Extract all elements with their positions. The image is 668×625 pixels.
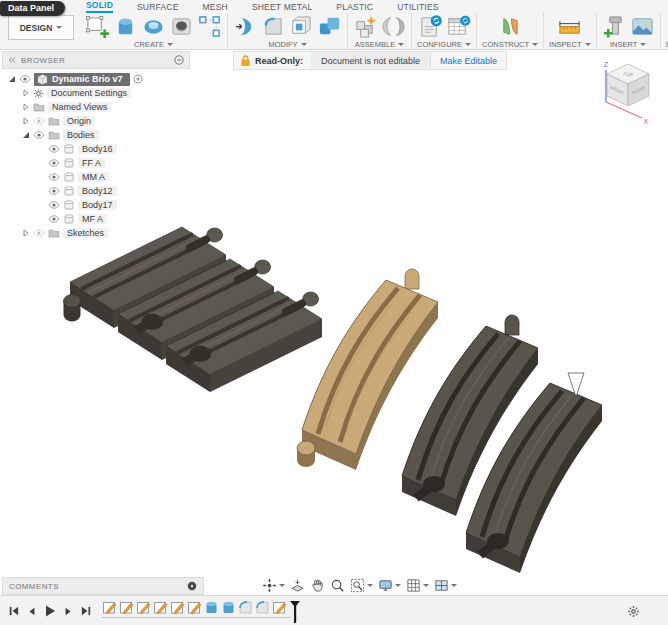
minimize-panel-icon[interactable] [174, 55, 184, 65]
expanded-arrow-icon[interactable] [22, 131, 30, 139]
tree-item-label[interactable]: Bodies [63, 130, 99, 140]
tree-item-label[interactable]: Named Views [48, 102, 111, 112]
timeline-sketch-feature[interactable] [153, 600, 168, 615]
tab-surface[interactable]: SURFACE [137, 2, 179, 13]
tree-item-label[interactable]: FF A [78, 158, 105, 168]
revolve-icon[interactable] [141, 14, 166, 39]
visibility-eye-icon[interactable] [48, 159, 60, 167]
tab-mesh[interactable]: MESH [203, 2, 228, 13]
tab-utilities[interactable]: UTILITIES [397, 2, 438, 13]
visibility-eye-icon[interactable] [48, 215, 60, 223]
timeline-track[interactable] [102, 617, 291, 618]
visibility-eye-icon[interactable] [48, 201, 60, 209]
browser-row-body17[interactable]: Body17 [2, 198, 190, 212]
browser-row-ff-a[interactable]: FF A [2, 156, 190, 170]
insert-fastener-icon[interactable] [602, 14, 627, 39]
create-group-label[interactable]: CREATE [134, 40, 164, 49]
orbit-icon[interactable] [262, 578, 277, 593]
pan-icon[interactable] [310, 578, 325, 593]
tree-item-label[interactable]: Sketches [63, 228, 108, 238]
timeline-sketch-feature[interactable] [170, 600, 185, 615]
configuration-table-icon[interactable] [446, 14, 471, 39]
insert-image-icon[interactable] [630, 14, 655, 39]
grid-settings-icon[interactable] [406, 578, 421, 593]
tree-item-label[interactable]: Body12 [78, 186, 117, 196]
browser-row-mf-a[interactable]: MF A [2, 212, 190, 226]
timeline-sketch-feature[interactable] [187, 600, 202, 615]
combine-icon[interactable] [317, 14, 342, 39]
visibility-eye-icon[interactable] [33, 131, 45, 139]
create-sketch-icon[interactable] [85, 14, 110, 39]
view-cube[interactable]: Z X TOP FRONT RIGHT [596, 58, 660, 128]
timeline-settings-gear-icon[interactable] [627, 605, 640, 618]
browser-row-mm-a[interactable]: MM A [2, 170, 190, 184]
display-settings-icon[interactable] [378, 578, 393, 593]
timeline-fillet-feature[interactable] [255, 600, 270, 615]
play-button[interactable] [43, 604, 57, 618]
construct-group-label[interactable]: CONSTRUCT [482, 40, 529, 49]
browser-row-body16[interactable]: Body16 [2, 142, 190, 156]
design-workspace-dropdown[interactable]: DESIGN [8, 15, 74, 40]
browser-row-origin[interactable]: Origin [2, 114, 190, 128]
browser-row-body12[interactable]: Body12 [2, 184, 190, 198]
new-component-icon[interactable] [353, 14, 378, 39]
tab-sheet-metal[interactable]: SHEET METAL [252, 2, 312, 13]
inspect-group-label[interactable]: INSPECT [549, 40, 582, 49]
visibility-eye-icon[interactable] [48, 187, 60, 195]
visibility-eye-icon[interactable] [48, 145, 60, 153]
timeline-sketch-feature[interactable] [102, 600, 117, 615]
shell-icon[interactable] [289, 14, 314, 39]
collapsed-arrow-icon[interactable] [22, 89, 30, 97]
comments-bar[interactable]: COMMENTS [2, 577, 204, 595]
pattern-icon[interactable] [197, 14, 222, 39]
assemble-group-label[interactable]: ASSEMBLE [355, 40, 395, 49]
modify-group-label[interactable]: MODIFY [268, 40, 297, 49]
step-forward-button[interactable] [63, 606, 74, 617]
timeline-fillet-feature[interactable] [238, 600, 253, 615]
timeline-extrude-feature[interactable] [204, 600, 219, 615]
data-panel-toggle[interactable]: Data Panel [0, 1, 65, 16]
go-to-start-button[interactable] [8, 605, 20, 617]
collapsed-arrow-icon[interactable] [22, 103, 30, 111]
collapsed-arrow-icon[interactable] [22, 229, 30, 237]
construction-plane-icon[interactable] [498, 14, 523, 39]
insert-group-label[interactable]: INSERT [610, 40, 637, 49]
tree-item-label[interactable]: MM A [78, 172, 109, 182]
tab-solid[interactable]: SOLID [86, 0, 113, 13]
timeline-playhead[interactable] [289, 600, 301, 624]
comments-badge-icon[interactable] [187, 581, 197, 591]
view-state-radio-icon[interactable] [133, 74, 143, 84]
tree-item-label[interactable]: Body16 [78, 144, 117, 154]
collapse-panel-icon[interactable] [8, 56, 16, 64]
fillet-icon[interactable] [261, 14, 286, 39]
zoom-icon[interactable] [330, 578, 345, 593]
timeline-sketch-feature[interactable] [119, 600, 134, 615]
joint-icon[interactable] [381, 14, 406, 39]
browser-row-bodies[interactable]: Bodies [2, 128, 190, 142]
browser-row-named-views[interactable]: Named Views [2, 100, 190, 114]
go-to-end-button[interactable] [80, 605, 92, 617]
browser-row-document-settings[interactable]: Document Settings [2, 86, 190, 100]
configuration-icon[interactable] [418, 14, 443, 39]
step-back-button[interactable] [26, 606, 37, 617]
timeline-sketch-feature[interactable] [136, 600, 151, 615]
fit-icon[interactable] [350, 578, 365, 593]
visibility-eye-icon[interactable] [33, 229, 45, 237]
make-editable-link[interactable]: Make Editable [430, 52, 506, 69]
visibility-eye-icon[interactable] [33, 117, 45, 125]
look-at-icon[interactable] [290, 578, 305, 593]
tree-item-label[interactable]: Document Settings [47, 88, 131, 98]
extrude-icon[interactable] [113, 14, 138, 39]
expanded-arrow-icon[interactable] [8, 75, 16, 83]
tree-item-label[interactable]: MF A [78, 214, 107, 224]
press-pull-icon[interactable] [233, 14, 258, 39]
visibility-eye-icon[interactable] [19, 75, 31, 83]
timeline-sketch-feature[interactable] [272, 600, 287, 615]
timeline-extrude-feature[interactable] [221, 600, 236, 615]
collapsed-arrow-icon[interactable] [22, 117, 30, 125]
tab-plastic[interactable]: PLASTIC [336, 2, 373, 13]
tree-item-label[interactable]: Origin [63, 116, 95, 126]
configure-group-label[interactable]: CONFIGURE [417, 40, 462, 49]
browser-row-root[interactable]: Dynamic Brio v7 [2, 72, 190, 86]
hole-icon[interactable] [169, 14, 194, 39]
